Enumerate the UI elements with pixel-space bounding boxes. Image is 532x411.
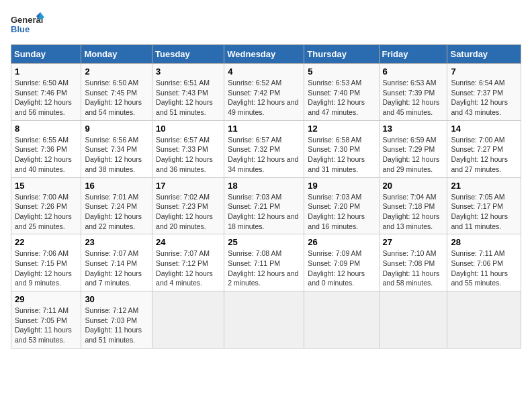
calendar-cell: 23 Sunrise: 7:07 AM Sunset: 7:14 PM Dayl…	[81, 234, 152, 291]
calendar-cell: 30 Sunrise: 7:12 AM Sunset: 7:03 PM Dayl…	[81, 291, 152, 349]
day-info: Sunrise: 6:57 AM Sunset: 7:32 PM Dayligh…	[228, 135, 300, 175]
svg-text:Blue: Blue	[11, 24, 30, 34]
day-info: Sunrise: 7:05 AM Sunset: 7:17 PM Dayligh…	[451, 192, 517, 232]
weekday-header-saturday: Saturday	[447, 45, 521, 64]
day-number: 12	[308, 124, 375, 134]
day-info: Sunrise: 7:00 AM Sunset: 7:26 PM Dayligh…	[15, 192, 77, 232]
day-info: Sunrise: 7:00 AM Sunset: 7:27 PM Dayligh…	[451, 135, 517, 175]
day-info: Sunrise: 6:57 AM Sunset: 7:33 PM Dayligh…	[156, 135, 220, 175]
weekday-header-tuesday: Tuesday	[152, 45, 224, 64]
weekday-header-monday: Monday	[81, 45, 152, 64]
calendar-cell: 9 Sunrise: 6:56 AM Sunset: 7:34 PM Dayli…	[81, 120, 152, 177]
calendar-cell: 20 Sunrise: 7:04 AM Sunset: 7:18 PM Dayl…	[379, 177, 447, 234]
calendar-cell: 25 Sunrise: 7:08 AM Sunset: 7:11 PM Dayl…	[224, 234, 304, 291]
calendar-cell	[379, 291, 447, 349]
day-info: Sunrise: 7:07 AM Sunset: 7:12 PM Dayligh…	[156, 248, 220, 288]
calendar-week-3: 22 Sunrise: 7:06 AM Sunset: 7:15 PM Dayl…	[11, 234, 521, 291]
day-info: Sunrise: 7:02 AM Sunset: 7:23 PM Dayligh…	[156, 192, 220, 232]
day-info: Sunrise: 7:04 AM Sunset: 7:18 PM Dayligh…	[383, 192, 444, 232]
weekday-header-thursday: Thursday	[304, 45, 379, 64]
calendar-week-0: 1 Sunrise: 6:50 AM Sunset: 7:46 PM Dayli…	[11, 64, 521, 121]
day-info: Sunrise: 6:58 AM Sunset: 7:30 PM Dayligh…	[308, 135, 375, 175]
calendar-cell: 22 Sunrise: 7:06 AM Sunset: 7:15 PM Dayl…	[11, 234, 81, 291]
day-number: 25	[228, 237, 300, 247]
calendar-cell: 7 Sunrise: 6:54 AM Sunset: 7:37 PM Dayli…	[447, 64, 521, 121]
day-number: 16	[85, 181, 148, 191]
calendar-cell: 24 Sunrise: 7:07 AM Sunset: 7:12 PM Dayl…	[152, 234, 224, 291]
day-info: Sunrise: 7:09 AM Sunset: 7:09 PM Dayligh…	[308, 248, 375, 288]
page-header: General Blue	[11, 11, 521, 38]
calendar-table: SundayMondayTuesdayWednesdayThursdayFrid…	[11, 44, 521, 349]
weekday-header-sunday: Sunday	[11, 45, 81, 64]
day-info: Sunrise: 7:03 AM Sunset: 7:21 PM Dayligh…	[228, 192, 300, 232]
day-number: 23	[85, 237, 148, 247]
day-number: 10	[156, 124, 220, 134]
day-info: Sunrise: 7:03 AM Sunset: 7:20 PM Dayligh…	[308, 192, 375, 232]
calendar-body: 1 Sunrise: 6:50 AM Sunset: 7:46 PM Dayli…	[11, 64, 521, 349]
day-number: 6	[383, 66, 444, 77]
calendar-week-4: 29 Sunrise: 7:11 AM Sunset: 7:05 PM Dayl…	[11, 291, 521, 349]
calendar-cell: 19 Sunrise: 7:03 AM Sunset: 7:20 PM Dayl…	[304, 177, 379, 234]
day-number: 13	[383, 124, 444, 134]
logo: General Blue	[11, 11, 44, 38]
calendar-cell: 11 Sunrise: 6:57 AM Sunset: 7:32 PM Dayl…	[224, 120, 304, 177]
calendar-week-1: 8 Sunrise: 6:55 AM Sunset: 7:36 PM Dayli…	[11, 120, 521, 177]
day-number: 11	[228, 124, 300, 134]
calendar-cell	[152, 291, 224, 349]
calendar-cell: 29 Sunrise: 7:11 AM Sunset: 7:05 PM Dayl…	[11, 291, 81, 349]
day-number: 8	[15, 124, 77, 134]
calendar-cell: 1 Sunrise: 6:50 AM Sunset: 7:46 PM Dayli…	[11, 64, 81, 121]
day-info: Sunrise: 6:53 AM Sunset: 7:39 PM Dayligh…	[383, 78, 444, 118]
calendar-cell: 13 Sunrise: 6:59 AM Sunset: 7:29 PM Dayl…	[379, 120, 447, 177]
calendar-cell: 2 Sunrise: 6:50 AM Sunset: 7:45 PM Dayli…	[81, 64, 152, 121]
calendar-cell: 12 Sunrise: 6:58 AM Sunset: 7:30 PM Dayl…	[304, 120, 379, 177]
calendar-cell: 5 Sunrise: 6:53 AM Sunset: 7:40 PM Dayli…	[304, 64, 379, 121]
day-number: 14	[451, 124, 517, 134]
day-info: Sunrise: 6:52 AM Sunset: 7:42 PM Dayligh…	[228, 78, 300, 118]
day-number: 7	[451, 66, 517, 77]
day-number: 18	[228, 181, 300, 191]
calendar-cell: 26 Sunrise: 7:09 AM Sunset: 7:09 PM Dayl…	[304, 234, 379, 291]
calendar-cell: 15 Sunrise: 7:00 AM Sunset: 7:26 PM Dayl…	[11, 177, 81, 234]
day-info: Sunrise: 6:56 AM Sunset: 7:34 PM Dayligh…	[85, 135, 148, 175]
day-number: 2	[85, 66, 148, 77]
day-number: 5	[308, 66, 375, 77]
calendar-cell: 14 Sunrise: 7:00 AM Sunset: 7:27 PM Dayl…	[447, 120, 521, 177]
calendar-cell: 6 Sunrise: 6:53 AM Sunset: 7:39 PM Dayli…	[379, 64, 447, 121]
day-number: 9	[85, 124, 148, 134]
day-number: 21	[451, 181, 517, 191]
day-number: 15	[15, 181, 77, 191]
day-info: Sunrise: 6:53 AM Sunset: 7:40 PM Dayligh…	[308, 78, 375, 118]
day-info: Sunrise: 7:07 AM Sunset: 7:14 PM Dayligh…	[85, 248, 148, 288]
day-info: Sunrise: 6:51 AM Sunset: 7:43 PM Dayligh…	[156, 78, 220, 118]
day-number: 27	[383, 237, 444, 247]
day-number: 1	[15, 66, 77, 77]
calendar-cell: 27 Sunrise: 7:10 AM Sunset: 7:08 PM Dayl…	[379, 234, 447, 291]
calendar-cell: 17 Sunrise: 7:02 AM Sunset: 7:23 PM Dayl…	[152, 177, 224, 234]
day-number: 3	[156, 66, 220, 77]
day-info: Sunrise: 7:06 AM Sunset: 7:15 PM Dayligh…	[15, 248, 77, 288]
calendar-week-2: 15 Sunrise: 7:00 AM Sunset: 7:26 PM Dayl…	[11, 177, 521, 234]
calendar-cell	[224, 291, 304, 349]
calendar-cell	[304, 291, 379, 349]
day-info: Sunrise: 6:50 AM Sunset: 7:45 PM Dayligh…	[85, 78, 148, 118]
day-number: 4	[228, 66, 300, 77]
day-number: 19	[308, 181, 375, 191]
day-info: Sunrise: 7:11 AM Sunset: 7:05 PM Dayligh…	[15, 306, 77, 345]
day-info: Sunrise: 7:10 AM Sunset: 7:08 PM Dayligh…	[383, 248, 444, 288]
day-info: Sunrise: 7:11 AM Sunset: 7:06 PM Dayligh…	[451, 248, 517, 288]
calendar-cell: 8 Sunrise: 6:55 AM Sunset: 7:36 PM Dayli…	[11, 120, 81, 177]
day-number: 26	[308, 237, 375, 247]
calendar-cell: 28 Sunrise: 7:11 AM Sunset: 7:06 PM Dayl…	[447, 234, 521, 291]
day-info: Sunrise: 6:54 AM Sunset: 7:37 PM Dayligh…	[451, 78, 517, 118]
day-number: 30	[85, 294, 148, 304]
day-info: Sunrise: 7:01 AM Sunset: 7:24 PM Dayligh…	[85, 192, 148, 232]
weekday-header-friday: Friday	[379, 45, 447, 64]
day-number: 29	[15, 294, 77, 304]
day-number: 17	[156, 181, 220, 191]
calendar-cell: 21 Sunrise: 7:05 AM Sunset: 7:17 PM Dayl…	[447, 177, 521, 234]
day-number: 20	[383, 181, 444, 191]
weekday-header-wednesday: Wednesday	[224, 45, 304, 64]
calendar-cell	[447, 291, 521, 349]
day-number: 24	[156, 237, 220, 247]
